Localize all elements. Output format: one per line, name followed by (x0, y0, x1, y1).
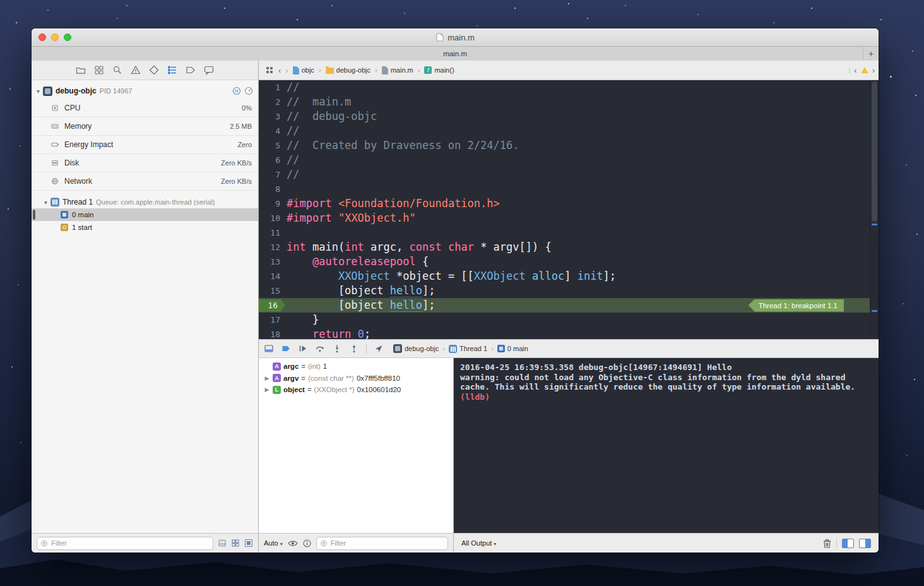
line-number[interactable]: 7 (259, 167, 287, 182)
clear-console-trash-icon[interactable] (823, 539, 831, 548)
line-number[interactable]: 15 (259, 284, 287, 298)
jumpbar-item-debug-objc[interactable]: debug-objc (326, 66, 370, 74)
lldb-prompt[interactable]: (lldb) (460, 392, 872, 402)
step-out-icon[interactable] (349, 344, 359, 354)
jumpbar-item-main-fn[interactable]: main() (424, 66, 454, 74)
gauge-row-network[interactable]: Network Zero KB/s (32, 172, 258, 191)
crumb-process[interactable]: debug-objc (393, 344, 439, 353)
crumb-thread[interactable]: Thread 1 (449, 345, 487, 353)
variable-scope-popup[interactable]: Auto (264, 539, 283, 547)
line-number[interactable]: 1 (259, 80, 287, 95)
line-number[interactable]: 17 (259, 313, 287, 327)
variables-filter-input[interactable] (329, 539, 444, 547)
stack-view-grid-icon[interactable] (231, 539, 240, 547)
process-row[interactable]: debug-objc PID 14967 (32, 80, 258, 99)
continue-button-icon[interactable] (298, 344, 308, 354)
jumpbar-item-main-m[interactable]: main.m (382, 66, 413, 75)
code-editor[interactable]: 1//2// main.m3// debug-objc4//5// Create… (259, 80, 879, 339)
code-text: XXObject *object = [[XXObject alloc] ini… (287, 269, 616, 284)
line-number[interactable]: 5 (259, 138, 287, 153)
variable-row-argc[interactable]: A argc = (int) 1 (259, 361, 453, 373)
show-console-view-toggle[interactable] (859, 539, 871, 548)
disclosure-triangle-icon[interactable] (37, 87, 40, 95)
quick-look-eye-icon[interactable] (288, 540, 298, 547)
gauge-row-memory[interactable]: Memory 2.5 MB (32, 117, 258, 136)
line-number[interactable]: 10 (259, 211, 287, 225)
gauge-row-disk[interactable]: Disk Zero KB/s (32, 154, 258, 172)
window-title: main.m (32, 28, 879, 46)
line-number[interactable]: 4 (259, 124, 287, 138)
profile-gauge-icon[interactable] (244, 87, 253, 95)
console-output[interactable]: 2016-04-25 16:39:53.358 debug-objc[14967… (454, 358, 879, 533)
step-over-icon[interactable] (315, 344, 325, 354)
step-into-icon[interactable] (332, 344, 342, 354)
traffic-lights (38, 33, 71, 41)
breakpoints-toggle-icon[interactable] (281, 344, 291, 354)
zoom-button[interactable] (64, 33, 71, 41)
crumb-frame[interactable]: 0 main (497, 345, 528, 352)
console-output-popup[interactable]: All Output (461, 539, 496, 547)
line-number[interactable]: 18 (259, 327, 287, 339)
breakpoint-navigator-icon[interactable] (186, 65, 196, 75)
line-number[interactable]: 8 (259, 182, 287, 196)
back-button[interactable]: ‹ (278, 66, 281, 75)
simulate-location-icon[interactable] (374, 344, 384, 354)
disclosure-triangle-icon[interactable]: ▶ (264, 386, 270, 393)
close-button[interactable] (38, 33, 46, 41)
search-navigator-icon[interactable] (112, 65, 122, 75)
symbol-navigator-icon[interactable] (94, 65, 104, 75)
scrollbar-thumb[interactable] (872, 81, 877, 222)
new-tab-button[interactable] (863, 47, 879, 61)
forward-button[interactable]: › (285, 66, 288, 75)
editor-scrollbar[interactable] (870, 80, 879, 339)
variables-view[interactable]: A argc = (int) 1 ▶ A argv = (const char … (259, 358, 454, 533)
jumpbar-item-objc[interactable]: objc (293, 66, 314, 75)
line-number[interactable]: 3 (259, 109, 287, 124)
report-navigator-icon[interactable] (204, 65, 214, 75)
line-number[interactable]: 11 (259, 225, 287, 240)
title-bar[interactable]: main.m (32, 28, 879, 47)
info-icon[interactable] (303, 539, 311, 547)
stack-frame-start[interactable]: 1 start (32, 221, 258, 234)
gauge-row-energy[interactable]: Energy Impact Zero (32, 136, 258, 154)
hide-debug-area-icon[interactable] (264, 344, 274, 354)
line-number[interactable]: 2 (259, 95, 287, 109)
variable-row-object[interactable]: ▶ L object = (XXObject *) 0x100601d20 (259, 384, 453, 396)
flatten-stack-icon[interactable] (218, 539, 227, 547)
issue-navigator-icon[interactable] (131, 65, 141, 75)
next-issue-button[interactable]: › (872, 66, 875, 75)
breakpoint-marker[interactable]: 16 (259, 299, 285, 312)
variable-row-argv[interactable]: ▶ A argv = (const char **) 0x7fff5fbff81… (259, 373, 453, 385)
project-navigator-icon[interactable] (76, 65, 86, 75)
tab-main-m[interactable]: main.m (443, 47, 467, 61)
warning-icon[interactable] (861, 67, 868, 73)
previous-issue-button[interactable]: ‹ (854, 66, 856, 75)
minimize-button[interactable] (51, 33, 59, 41)
line-number[interactable]: 13 (259, 254, 287, 269)
line-number[interactable]: 6 (259, 153, 287, 167)
line-number[interactable]: 9 (259, 196, 287, 211)
line-number[interactable]: 16 (259, 298, 287, 313)
show-variables-view-toggle[interactable] (842, 539, 854, 548)
pause-process-icon[interactable] (232, 87, 241, 95)
test-navigator-icon[interactable] (149, 65, 159, 75)
disclosure-triangle-icon[interactable] (44, 198, 47, 206)
frame-label: 1 start (72, 224, 92, 231)
disclosure-triangle-icon[interactable]: ▶ (264, 375, 270, 381)
argument-badge: A (273, 362, 281, 371)
line-number[interactable]: 14 (259, 269, 287, 284)
breakpoint-badge[interactable]: Thread 1: breakpoint 1.1 (749, 299, 844, 312)
equals: = (307, 386, 312, 393)
stack-view-framed-icon[interactable] (244, 539, 253, 547)
thread-icon (50, 198, 59, 206)
line-number[interactable]: 12 (259, 240, 287, 254)
related-items-icon[interactable] (265, 66, 274, 75)
thread-row[interactable]: Thread 1 Queue: com.apple.main-thread (s… (32, 196, 258, 208)
debug-navigator-icon[interactable] (167, 65, 177, 75)
stack-frame-main[interactable]: 0 main (32, 208, 258, 221)
code-line: 2// main.m (259, 95, 879, 109)
variables-filter-field[interactable] (316, 537, 448, 550)
gauge-row-cpu[interactable]: CPU 0% (32, 99, 258, 117)
navigator-filter-field[interactable] (37, 537, 213, 550)
navigator-filter-input[interactable] (50, 539, 209, 547)
